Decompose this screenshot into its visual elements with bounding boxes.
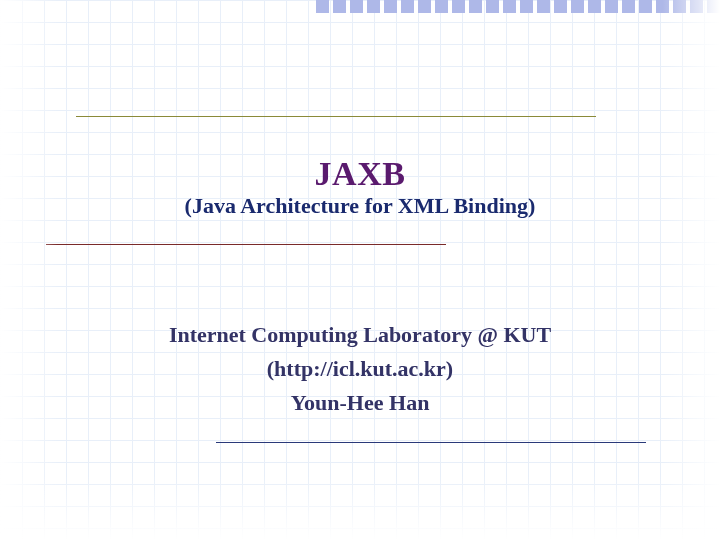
divider-middle	[46, 244, 446, 245]
decorative-square	[452, 0, 465, 13]
slide-body: Internet Computing Laboratory @ KUT (htt…	[0, 318, 720, 420]
decorative-square	[656, 0, 669, 13]
decorative-square	[571, 0, 584, 13]
decorative-square	[537, 0, 550, 13]
decorative-square	[639, 0, 652, 13]
decorative-square	[384, 0, 397, 13]
grid-background	[0, 0, 720, 540]
decorative-square	[350, 0, 363, 13]
decorative-square	[316, 0, 329, 13]
divider-top	[76, 116, 596, 117]
body-line-lab: Internet Computing Laboratory @ KUT	[0, 318, 720, 352]
body-line-author: Youn-Hee Han	[0, 386, 720, 420]
decorative-square	[673, 0, 686, 13]
decorative-square	[503, 0, 516, 13]
body-line-url: (http://icl.kut.ac.kr)	[0, 352, 720, 386]
decorative-square	[707, 0, 720, 13]
slide-title: JAXB	[0, 155, 720, 193]
decorative-square	[333, 0, 346, 13]
decorative-square	[690, 0, 703, 13]
decorative-square	[554, 0, 567, 13]
decorative-square	[605, 0, 618, 13]
divider-bottom	[216, 442, 646, 443]
decorative-square	[469, 0, 482, 13]
top-decorative-squares	[316, 0, 720, 14]
decorative-square	[588, 0, 601, 13]
decorative-square	[367, 0, 380, 13]
decorative-square	[520, 0, 533, 13]
decorative-square	[435, 0, 448, 13]
decorative-square	[418, 0, 431, 13]
decorative-square	[401, 0, 414, 13]
slide-subtitle: (Java Architecture for XML Binding)	[0, 193, 720, 219]
decorative-square	[486, 0, 499, 13]
decorative-square	[622, 0, 635, 13]
